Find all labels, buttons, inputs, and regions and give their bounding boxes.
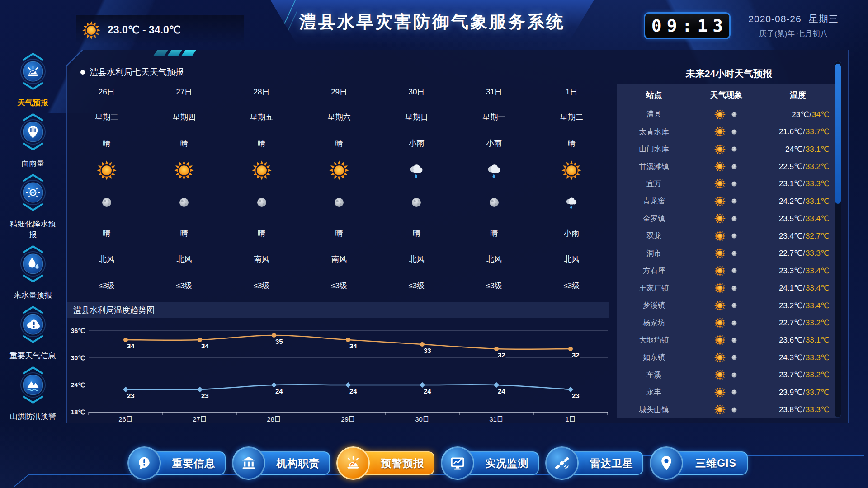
sun-icon (714, 386, 726, 399)
scrollbar-thumb[interactable] (835, 64, 841, 204)
station-weather-icons (691, 404, 761, 416)
forecast-weekday: 星期三 (95, 112, 118, 122)
sidebar-item-flash-flood-warning[interactable]: 山洪防汛预警 (10, 364, 56, 422)
forecast-day-condition: 晴 (568, 138, 576, 149)
moon-icon (729, 318, 739, 328)
forecast-wind-direction: 北风 (564, 254, 579, 264)
current-weekday: 星期三 (809, 14, 839, 24)
station-row: 太青水库 21.6℃/33.7℃ (617, 123, 837, 140)
low-temp: 23.5℃ (779, 214, 802, 223)
sidebar-item-weather-forecast[interactable]: 天气预报 (17, 51, 49, 108)
cloud-warning-icon (17, 304, 49, 345)
sidebar-item-important-weather[interactable]: 重要天气信息 (10, 304, 56, 361)
moon-icon (729, 352, 739, 362)
day-weather-icon (251, 160, 273, 181)
station-temperature: 23.8℃/33.3℃ (761, 405, 837, 414)
moon-icon (729, 405, 739, 415)
nav-icon-badge (545, 446, 579, 480)
station-weather-icons (691, 247, 761, 259)
sidebar-item-inflow-forecast[interactable]: 来水量预报 (14, 243, 52, 301)
low-temp: 23℃ (792, 110, 809, 119)
digital-clock: 09:13 (644, 12, 731, 39)
nav-button-live-monitoring[interactable]: 实况监测 (442, 450, 539, 476)
station-name: 车溪 (617, 370, 691, 380)
low-temp: 24.2℃ (779, 197, 802, 206)
station-weather-icons (691, 195, 761, 207)
high-temp: 33.3℃ (806, 249, 829, 258)
station-name: 双龙 (617, 231, 691, 241)
forecast-weekday: 星期六 (327, 112, 350, 122)
nav-button-org-duty[interactable]: 机构职责 (233, 450, 330, 476)
station-weather-icons (691, 352, 761, 364)
high-temp: 33.2℃ (806, 162, 829, 171)
forecast-day-column: 27日 星期四 晴 晴 北风 ≤3级 (145, 82, 222, 301)
day-weather-icon (483, 160, 505, 181)
bottom-navigation: 重要信息 机构职责 预警 (0, 433, 868, 488)
col-header-temperature: 温度 (761, 89, 837, 100)
scrollbar-track[interactable] (835, 61, 841, 418)
svg-text:23: 23 (201, 392, 209, 399)
page-title: 澧县水旱灾害防御气象服务系统 (299, 10, 565, 33)
nav-button-3d-gis[interactable]: 三维GIS (651, 450, 748, 476)
low-temp: 23.8℃ (779, 405, 802, 414)
forecast-night-condition: 晴 (103, 228, 110, 239)
station-temperature: 24.2℃/33.1℃ (761, 197, 837, 206)
forecast-day-condition: 晴 (103, 138, 110, 149)
station-temperature: 22.7℃/33.2℃ (761, 318, 837, 328)
night-weather-icon (253, 193, 271, 211)
sun-chart-icon (17, 172, 49, 213)
forecast-night-condition: 晴 (180, 228, 188, 239)
moon-icon (729, 387, 739, 397)
sidebar-item-areal-rainfall[interactable]: 面雨量 (17, 111, 49, 169)
nav-button-row: 重要信息 机构职责 预警 (128, 450, 748, 476)
bullet-icon (80, 70, 85, 75)
sidebar-item-refined-precipitation[interactable]: 精细化降水预报 (6, 172, 60, 240)
sidebar-item-label: 精细化降水预报 (6, 219, 60, 240)
nav-button-label: 预警预报 (381, 456, 425, 470)
station-name: 永丰 (617, 387, 691, 397)
low-temp: 23.6℃ (779, 336, 802, 344)
forecast-wind-direction: 北风 (409, 254, 424, 264)
station-name: 王家厂镇 (617, 283, 691, 293)
station-row: 双龙 23.4℃/32.7℃ (617, 227, 837, 244)
forecast-wind-level: ≤3级 (99, 281, 115, 291)
current-temp-widget: 23.0℃ - 34.0℃ (76, 15, 244, 45)
station-row: 杨家坊 22.7℃/33.2℃ (617, 314, 837, 331)
forecast-wind-direction: 北风 (176, 254, 192, 264)
sidebar-item-label: 山洪防汛预警 (10, 411, 56, 422)
svg-text:18℃: 18℃ (71, 408, 85, 416)
monitor-chart-icon (448, 454, 467, 472)
sidebar-item-label: 面雨量 (21, 158, 44, 169)
forecast-date: 27日 (176, 87, 192, 97)
svg-text:33: 33 (424, 347, 431, 354)
forecast-day-condition: 小雨 (409, 138, 424, 149)
low-temp: 23.1℃ (779, 179, 802, 188)
nav-button-radar-satellite[interactable]: 雷达卫星 (546, 450, 643, 476)
station-name: 青龙窖 (617, 196, 691, 206)
forecast-wind-direction: 南风 (254, 254, 269, 264)
station-row: 方石坪 23.3℃/33.4℃ (617, 262, 837, 279)
station-weather-icons (691, 386, 761, 399)
forecast-night-condition: 晴 (413, 228, 420, 239)
station-name: 太青水库 (617, 127, 691, 137)
sun-icon (714, 108, 726, 121)
header-title-band: 澧县水旱灾害防御气象服务系统 (270, 0, 594, 44)
moon-icon (729, 179, 739, 189)
station-temperature: 23.4℃/32.7℃ (761, 231, 837, 241)
station-name: 如东镇 (617, 352, 691, 362)
high-temp: 33.3℃ (806, 179, 829, 188)
station-weather-icons (691, 212, 761, 225)
high-temp: 33.1℃ (806, 197, 829, 206)
low-temp: 22.7℃ (779, 319, 802, 327)
station-weather-icons (691, 230, 761, 242)
nav-button-warning-forecast[interactable]: 预警预报 (337, 450, 434, 476)
high-temp: 33.4℃ (806, 301, 829, 310)
station-temperature: 22.7℃/33.3℃ (761, 249, 837, 258)
corner-cut-line (66, 49, 84, 66)
forecast-night-condition: 晴 (258, 228, 265, 239)
lunar-date: 庚子(鼠)年 七月初八 (737, 28, 850, 39)
station-weather-icons (691, 300, 761, 312)
seven-day-forecast: 26日 星期三 晴 晴 北风 ≤3级 27日 星期四 晴 晴 (68, 82, 610, 301)
sidebar-item-label: 重要天气信息 (10, 351, 56, 361)
nav-button-important-info[interactable]: 重要信息 (128, 450, 226, 476)
